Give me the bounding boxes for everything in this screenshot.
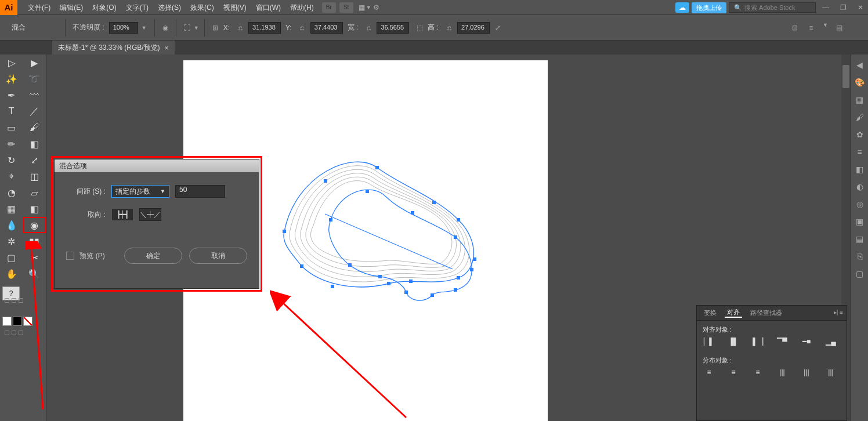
menu-view[interactable]: 视图(V) xyxy=(219,0,251,15)
color-panel-icon[interactable]: 🎨 xyxy=(855,78,865,87)
symbol-sprayer-tool[interactable]: ✲ xyxy=(0,233,23,249)
align-left-icon[interactable]: ▏▌ xyxy=(703,336,715,347)
transparency-panel-icon[interactable]: ◐ xyxy=(856,182,863,191)
shaper-tool[interactable]: ✏ xyxy=(0,136,23,152)
dist-bottom-icon[interactable]: ≡ xyxy=(751,367,764,378)
chevron-down-icon[interactable]: ▼ xyxy=(823,22,829,34)
dist-left-icon[interactable]: ||| xyxy=(776,367,789,378)
tab-align[interactable]: 对齐 xyxy=(725,308,742,318)
dist-top-icon[interactable]: ≡ xyxy=(703,367,715,378)
link-icon[interactable]: ⎌ xyxy=(234,22,246,34)
link-icon[interactable]: ⎌ xyxy=(296,22,308,34)
zoom-tool[interactable]: 🔍 xyxy=(23,266,46,282)
scale-tool[interactable]: ⤢ xyxy=(23,152,46,168)
paintbrush-tool[interactable]: 🖌 xyxy=(23,119,46,136)
link-icon[interactable]: ⎌ xyxy=(443,22,455,34)
spacing-mode-select[interactable]: 指定的步数 ▼ xyxy=(111,185,169,198)
hand-tool[interactable]: ✋ xyxy=(0,266,23,282)
stock-icon[interactable]: St xyxy=(339,2,353,13)
appearance-panel-icon[interactable]: ◎ xyxy=(856,199,863,209)
perspective-tool[interactable]: ▱ xyxy=(23,184,46,201)
maximize-button[interactable]: ❐ xyxy=(837,2,849,13)
lasso-tool[interactable]: ➰ xyxy=(23,71,46,87)
panel-menu-icon[interactable]: ≡ xyxy=(840,309,843,315)
constrain-icon[interactable]: ⬚ xyxy=(414,22,425,34)
screen-mode-icon[interactable] xyxy=(5,298,9,303)
column-graph-tool[interactable]: ▮▮ xyxy=(23,233,46,249)
draw-mode-icon[interactable] xyxy=(12,331,16,335)
menu-object[interactable]: 对象(O) xyxy=(88,0,121,15)
dist-vcenter-icon[interactable]: ≡ xyxy=(727,367,740,378)
eraser-tool[interactable]: ◧ xyxy=(23,136,46,152)
shape-builder-tool[interactable]: ◔ xyxy=(0,184,23,201)
document-tab[interactable]: 未标题-1* @ 33.33% (RGB/预览) × xyxy=(52,41,175,55)
menu-select[interactable]: 选择(S) xyxy=(153,0,186,15)
none-swatch[interactable] xyxy=(23,317,32,326)
gradient-panel-icon[interactable]: ◧ xyxy=(856,165,863,174)
ok-button[interactable]: 确定 xyxy=(124,248,182,264)
panel-menu-icon[interactable]: ▤ xyxy=(833,22,845,34)
layers-panel-icon[interactable]: ▤ xyxy=(856,234,863,244)
x-input[interactable]: 31.1938 xyxy=(248,22,281,34)
panel-collapse-icon[interactable]: ▸| xyxy=(834,309,838,315)
close-icon[interactable]: × xyxy=(165,44,169,52)
menu-edit[interactable]: 编辑(E) xyxy=(55,0,88,15)
tab-pathfinder[interactable]: 路径查找器 xyxy=(748,309,784,317)
orientation-page-button[interactable]: ┣┿┫ xyxy=(111,208,133,221)
align-right-icon[interactable]: ▌▕ xyxy=(751,336,764,347)
rotate-tool[interactable]: ↻ xyxy=(0,152,23,168)
menu-file[interactable]: 文件(F) xyxy=(23,0,55,15)
align-panel-icon[interactable]: ⊟ xyxy=(789,22,801,34)
align-bottom-icon[interactable]: ▁▄ xyxy=(824,336,837,347)
fill-swatch[interactable] xyxy=(2,317,12,326)
align-top-icon[interactable]: ▔▀ xyxy=(776,336,789,347)
dist-hcenter-icon[interactable]: ||| xyxy=(800,367,813,378)
blend-tool[interactable]: ◉ xyxy=(23,217,46,233)
dist-right-icon[interactable]: ||| xyxy=(824,367,837,378)
eyedropper-tool[interactable]: 💧 xyxy=(0,217,23,233)
blend-artwork[interactable] xyxy=(261,127,505,318)
artboards-panel-icon[interactable]: ▢ xyxy=(856,269,863,278)
curvature-tool[interactable]: 〰 xyxy=(23,87,46,103)
minimize-button[interactable]: — xyxy=(819,2,832,13)
swatches-panel-icon[interactable]: ▦ xyxy=(856,95,863,104)
stock-search-input[interactable]: 🔍 搜索 Adobe Stock xyxy=(729,2,816,13)
upload-button[interactable]: 拖拽上传 xyxy=(692,2,726,13)
screen-mode-icon[interactable] xyxy=(12,298,16,303)
slice-tool[interactable]: ✂ xyxy=(23,249,46,266)
chevron-down-icon[interactable]: ▼ xyxy=(142,25,147,31)
gpu-icon[interactable]: ⚙ xyxy=(371,2,382,13)
rectangle-tool[interactable]: ▭ xyxy=(0,119,23,136)
h-input[interactable]: 27.0296 xyxy=(457,22,490,34)
link-icon[interactable]: ⎌ xyxy=(363,22,374,34)
arrange-docs-icon[interactable]: ▦▼ xyxy=(359,2,371,13)
brushes-panel-icon[interactable]: 🖌 xyxy=(856,112,864,122)
artboard-tool[interactable]: ▢ xyxy=(0,249,23,266)
w-input[interactable]: 36.5655 xyxy=(377,22,409,34)
gradient-tool[interactable]: ◧ xyxy=(23,201,46,217)
menu-effect[interactable]: 效果(C) xyxy=(186,0,219,15)
ref-point-icon[interactable]: ⊞ xyxy=(209,22,221,34)
magic-wand-tool[interactable]: ✨ xyxy=(0,71,23,87)
asset-export-panel-icon[interactable]: ⎘ xyxy=(858,252,862,261)
direct-selection-tool[interactable]: ▶ xyxy=(23,55,46,71)
menu-type[interactable]: 文字(T) xyxy=(121,0,153,15)
symbols-panel-icon[interactable]: ✿ xyxy=(856,130,863,139)
y-input[interactable]: 37.4403 xyxy=(310,22,343,34)
mesh-tool[interactable]: ▦ xyxy=(0,201,23,217)
menu-window[interactable]: 窗口(W) xyxy=(251,0,285,15)
free-transform-tool[interactable]: ◫ xyxy=(23,168,46,184)
bridge-icon[interactable]: Br xyxy=(322,2,336,13)
transform-icon[interactable]: ⛶ xyxy=(181,22,193,34)
spacing-steps-input[interactable]: 50 xyxy=(175,185,225,198)
draw-mode-icon[interactable] xyxy=(19,331,23,335)
graphic-styles-panel-icon[interactable]: ▣ xyxy=(856,217,863,226)
orientation-path-button[interactable]: ＼┿／ xyxy=(139,208,161,221)
preview-checkbox[interactable]: 预览 (P) xyxy=(66,251,105,261)
opacity-input[interactable]: 100% xyxy=(109,22,138,34)
recolor-icon[interactable]: ◉ xyxy=(160,22,171,34)
transform-panel-icon[interactable]: ≡ xyxy=(805,22,817,34)
align-hcenter-icon[interactable]: ▐▌ xyxy=(727,336,740,347)
line-tool[interactable]: ／ xyxy=(23,103,46,119)
stroke-swatch[interactable] xyxy=(13,317,22,326)
